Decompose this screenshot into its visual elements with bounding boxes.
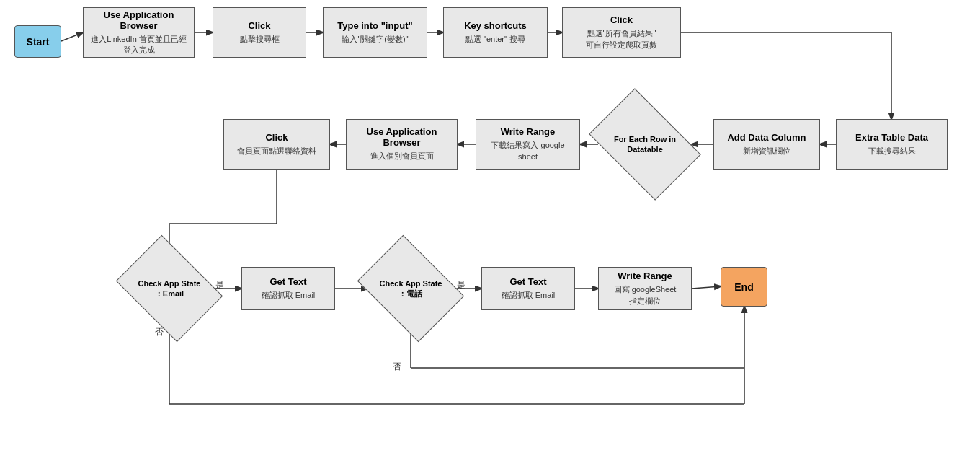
- end-node: End: [721, 267, 767, 307]
- node-title: Click: [248, 20, 270, 31]
- node-click-1: Click 點擊搜尋框: [213, 7, 306, 58]
- node-title: Key shortcuts: [464, 20, 527, 31]
- node-title: Click: [265, 132, 288, 143]
- arrows-layer: [0, 0, 980, 453]
- node-get-text-phone: Get Text 確認抓取 Email: [481, 267, 575, 310]
- node-subtitle: 下載搜尋結果: [868, 146, 916, 157]
- node-subtitle: 會員頁面點選聯絡資料: [237, 146, 316, 157]
- node-title: Click: [610, 14, 633, 25]
- node-title: Get Text: [509, 276, 546, 287]
- node-title: Write Range: [618, 271, 672, 281]
- diamond-check-phone: Check App State ：電話: [368, 256, 454, 321]
- node-write-range-1: Write Range 下載結果寫入 google sheet: [476, 119, 580, 170]
- node-add-data-column: Add Data Column 新增資訊欄位: [713, 119, 820, 170]
- node-subtitle: 新增資訊欄位: [743, 146, 790, 157]
- node-write-range-2: Write Range 回寫 googleSheet 指定欄位: [598, 267, 692, 310]
- node-subtitle: 輸入"關鍵字(變數)": [342, 34, 408, 45]
- node-subtitle: 回寫 googleSheet 指定欄位: [614, 284, 677, 307]
- start-label: Start: [27, 36, 50, 48]
- node-subtitle: 確認抓取 Email: [502, 290, 556, 301]
- diagram: Start Use Application Browser 進入LinkedIn…: [0, 0, 980, 453]
- svg-line-0: [61, 32, 83, 41]
- node-title: Write Range: [501, 126, 556, 137]
- diamond-check-email: Check App State ：Email: [126, 256, 213, 321]
- end-label: End: [734, 281, 753, 293]
- node-use-app-browser-1: Use Application Browser 進入LinkedIn 首頁並且已…: [83, 7, 195, 58]
- label-yes-email: 是: [215, 279, 224, 291]
- node-click-all-members: Click 點選"所有會員結果" 可自行設定爬取頁數: [562, 7, 681, 58]
- node-title: Use Application Browser: [352, 126, 451, 148]
- node-type-input: Type into "input" 輸入"關鍵字(變數)": [323, 7, 427, 58]
- node-key-shortcuts: Key shortcuts 點選 "enter" 搜尋: [443, 7, 548, 58]
- svg-line-19: [692, 286, 721, 289]
- node-title: Use Application Browser: [89, 9, 188, 31]
- label-no-email: 否: [155, 326, 164, 338]
- node-subtitle: 點選"所有會員結果" 可自行設定爬取頁數: [586, 28, 657, 50]
- node-title: Extra Table Data: [855, 132, 928, 143]
- diamond-email-label: Check App State ：Email: [138, 278, 200, 299]
- label-yes-phone: 是: [457, 279, 466, 291]
- diamond-phone-label: Check App State ：電話: [379, 278, 442, 299]
- start-node: Start: [14, 25, 61, 58]
- node-title: Add Data Column: [727, 132, 806, 143]
- node-use-app-browser-2: Use Application Browser 進入個別會員頁面: [346, 119, 458, 170]
- node-subtitle: 點選 "enter" 搜尋: [466, 34, 525, 45]
- node-subtitle: 點擊搜尋框: [240, 34, 280, 45]
- node-subtitle: 確認抓取 Email: [262, 290, 316, 301]
- node-title: Type into "input": [337, 20, 413, 31]
- node-subtitle: 進入個別會員頁面: [370, 151, 434, 162]
- node-get-text-email: Get Text 確認抓取 Email: [241, 267, 335, 310]
- diamond-foreach-label: For Each Row in Datatable: [614, 134, 676, 155]
- node-subtitle: 下載結果寫入 google sheet: [482, 140, 574, 162]
- node-title: Get Text: [270, 276, 306, 287]
- label-no-phone: 否: [393, 361, 401, 373]
- node-click-member-contact: Click 會員頁面點選聯絡資料: [223, 119, 330, 170]
- node-extra-table-data: Extra Table Data 下載搜尋結果: [836, 119, 948, 170]
- diamond-foreach: For Each Row in Datatable: [598, 112, 692, 177]
- node-subtitle: 進入LinkedIn 首頁並且已經登入完成: [89, 34, 188, 56]
